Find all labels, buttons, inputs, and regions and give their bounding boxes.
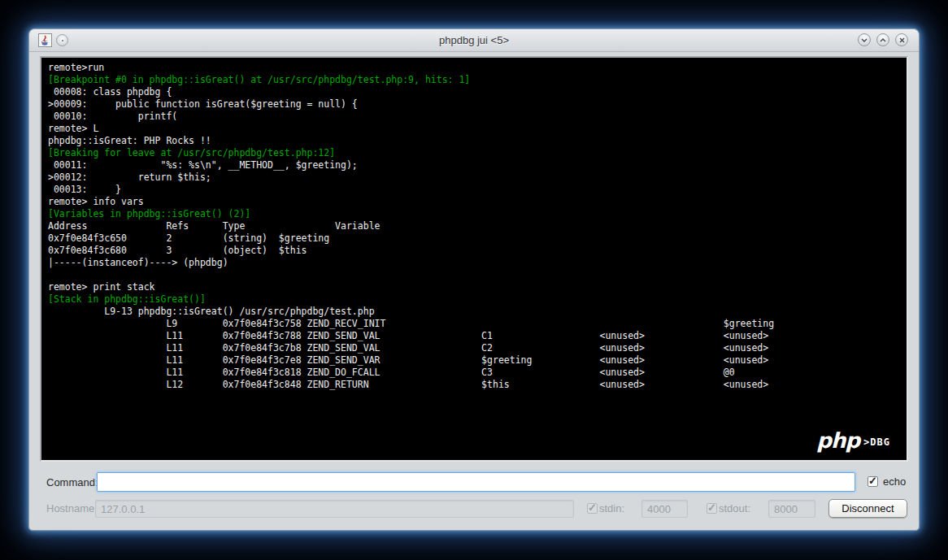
terminal-line: |-----(instanceof)----> (phpdbg) [48, 257, 903, 269]
chevron-down-icon [861, 38, 868, 42]
terminal-line: [Breakpoint #0 in phpdbg::isGreat() at /… [48, 74, 903, 86]
terminal-line: L11 0x7f0e84f3c7b8 ZEND_SEND_VAL C2 <unu… [48, 342, 903, 354]
phpdbg-window: phpdbg jui <5> remote>run[Breakpoint #0 … [29, 29, 919, 530]
stdout-port-input [768, 500, 815, 518]
terminal-line: [Breaking for leave at /usr/src/phpdbg/t… [48, 147, 903, 159]
terminal-line: phpdbg::isGreat: PHP Rocks !! [48, 135, 903, 147]
terminal-line: 00013: } [48, 184, 903, 196]
terminal-line: L9 0x7f0e84f3c758 ZEND_RECV_INIT $greeti… [48, 318, 903, 330]
stdout-label: stdout: [719, 502, 750, 514]
disconnect-button[interactable]: Disconnect [828, 499, 907, 518]
hostname-label: Hostname: [46, 502, 98, 514]
connection-bar: Hostname: stdin: stdout: Disconnect [29, 498, 919, 519]
minimize-button[interactable] [858, 33, 871, 46]
terminal-line: 0x7f0e84f3c650 2 (string) $greeting [48, 232, 903, 245]
terminal-line: >00012: return $this; [48, 171, 903, 184]
terminal-line: remote>run [48, 62, 903, 74]
terminal-line: remote> L [48, 123, 903, 135]
terminal-line: [Stack in phpdbg::isGreat()] [48, 293, 903, 306]
close-icon [899, 37, 905, 43]
maximize-button[interactable] [876, 33, 889, 46]
dbg-logo-text: >DBG [863, 436, 890, 448]
terminal-line: L11 0x7f0e84f3c788 ZEND_SEND_VAL C1 <unu… [48, 330, 903, 342]
terminal-line: >00009: public function isGreat($greetin… [48, 98, 903, 111]
stdin-checkbox [587, 503, 598, 514]
command-input[interactable] [97, 472, 855, 492]
terminal-line: 00010: printf( [48, 111, 903, 123]
terminal-line: [Variables in phpdbg::isGreat() (2)] [48, 208, 903, 220]
terminal-line: L9-13 phpdbg::isGreat() /usr/src/phpdbg/… [48, 306, 903, 318]
command-label: Command: [46, 476, 98, 488]
phpdbg-logo: php >DBG [816, 430, 890, 451]
terminal-text: remote>run[Breakpoint #0 in phpdbg::isGr… [48, 62, 903, 391]
stdin-port-input [641, 500, 688, 518]
terminal-line: 00011: "%s: %s\n", __METHOD__, $greeting… [48, 159, 903, 171]
php-logo-text: php [816, 430, 859, 451]
close-button[interactable] [895, 33, 908, 46]
terminal-line: 0x7f0e84f3c680 3 (object) $this [48, 245, 903, 257]
terminal-line: Address Refs Type Variable [48, 220, 903, 232]
terminal-line: remote> info vars [48, 196, 903, 208]
terminal-output[interactable]: remote>run[Breakpoint #0 in phpdbg::isGr… [40, 56, 908, 462]
echo-label: echo [883, 475, 906, 488]
terminal-line: L12 0x7f0e84f3c848 ZEND_RETURN $this <un… [48, 379, 903, 391]
command-bar: Command: echo [29, 471, 919, 494]
hostname-input [95, 500, 574, 518]
chevron-up-icon [880, 38, 886, 42]
terminal-line: L11 0x7f0e84f3c818 ZEND_DO_FCALL C3 <unu… [48, 367, 903, 379]
terminal-line [48, 269, 903, 281]
echo-checkbox[interactable] [868, 476, 878, 487]
stdout-checkbox [707, 503, 717, 514]
titlebar[interactable]: phpdbg jui <5> [29, 29, 919, 52]
window-controls [858, 33, 908, 46]
window-title: phpdbg jui <5> [29, 34, 919, 46]
terminal-line: remote> print stack [48, 281, 903, 293]
terminal-line: L11 0x7f0e84f3c7e8 ZEND_SEND_VAR $greeti… [48, 354, 903, 367]
stdin-label: stdin: [599, 502, 624, 514]
terminal-line: 00008: class phpdbg { [48, 86, 903, 98]
